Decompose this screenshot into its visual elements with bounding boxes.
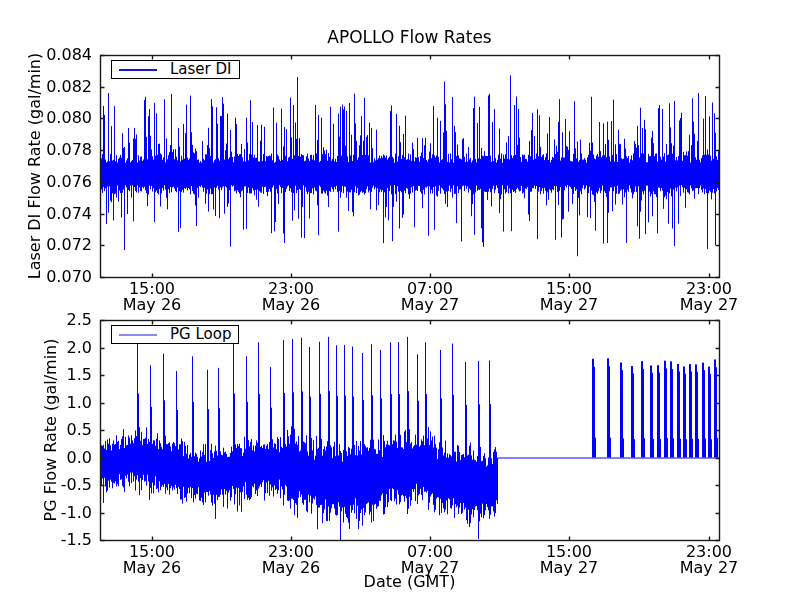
chart-title: APOLLO Flow Rates [100,27,719,47]
legend-laser-di: Laser DI [111,60,240,79]
legend-line-sample [119,334,157,336]
y-tick-label: 0.078 [28,141,92,159]
y-tick-label: 0.070 [28,268,92,286]
y-tick-label: 2.0 [28,339,92,357]
x-tick-date: May 27 [521,560,617,576]
x-tick-date: May 26 [243,297,339,313]
figure: APOLLO Flow Rates Laser DI Flow Rate (ga… [0,0,800,600]
y-tick-label: -1.0 [28,504,92,522]
x-tick-label: 23:00May 26 [243,281,339,313]
y-tick-label: 0.084 [28,46,92,64]
y-tick-label: 0.5 [28,421,92,439]
x-tick-date: May 26 [243,560,339,576]
x-tick-date: May 27 [382,297,478,313]
y-tick-label: 0.076 [28,173,92,191]
x-tick-date: May 26 [104,560,200,576]
x-tick-label: 15:00May 27 [521,544,617,576]
x-tick-label: 15:00May 27 [521,281,617,313]
y-tick-label: 0.0 [28,449,92,467]
y-tick-label: 0.074 [28,205,92,223]
x-tick-label: 15:00May 26 [104,281,200,313]
x-tick-label: 15:00May 26 [104,544,200,576]
x-tick-date: May 27 [521,297,617,313]
legend-line-sample [119,69,157,71]
y-tick-label: 0.080 [28,109,92,127]
x-tick-date: May 27 [661,560,757,576]
y-tick-label: 0.082 [28,78,92,96]
y-tick-label: 0.072 [28,236,92,254]
y-tick-label: -0.5 [28,476,92,494]
y-tick-label: -1.5 [28,531,92,549]
x-tick-label: 07:00May 27 [382,544,478,576]
x-tick-label: 07:00May 27 [382,281,478,313]
y-tick-label: 1.5 [28,366,92,384]
y-tick-label: 1.0 [28,394,92,412]
legend-label: Laser DI [170,61,232,78]
x-tick-label: 23:00May 27 [661,281,757,313]
x-tick-label: 23:00May 26 [243,544,339,576]
legend-pg-loop: PG Loop [111,325,239,344]
x-tick-date: May 27 [382,560,478,576]
x-tick-label: 23:00May 27 [661,544,757,576]
y-tick-label: 2.5 [28,311,92,329]
x-tick-date: May 27 [661,297,757,313]
legend-label: PG Loop [170,326,231,343]
x-tick-date: May 26 [104,297,200,313]
